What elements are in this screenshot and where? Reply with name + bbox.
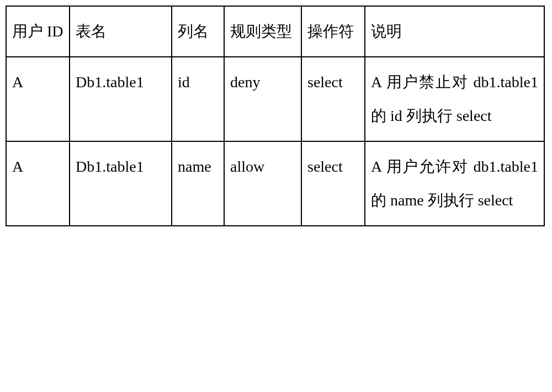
table-row: A Db1.table1 name allow select A 用户允许对 d… xyxy=(6,141,544,226)
cell-table-name: Db1.table1 xyxy=(70,57,172,141)
header-user-id: 用户 ID xyxy=(6,6,70,57)
cell-user-id: A xyxy=(6,141,70,226)
cell-rule-type: allow xyxy=(224,141,301,226)
header-column-name: 列名 xyxy=(172,6,224,57)
header-table-name: 表名 xyxy=(70,6,172,57)
table-header-row: 用户 ID 表名 列名 规则类型 操作符 说明 xyxy=(6,6,544,57)
header-description: 说明 xyxy=(365,6,544,57)
cell-operator: select xyxy=(301,57,365,141)
cell-user-id: A xyxy=(6,57,70,141)
cell-column-name: id xyxy=(172,57,224,141)
rules-table: 用户 ID 表名 列名 规则类型 操作符 说明 A Db1.table1 id … xyxy=(6,6,545,226)
cell-description: A 用户允许对 db1.table1 的 name 列执行 select xyxy=(365,141,544,226)
table-row: A Db1.table1 id deny select A 用户禁止对 db1.… xyxy=(6,57,544,141)
cell-operator: select xyxy=(301,141,365,226)
cell-description: A 用户禁止对 db1.table1 的 id 列执行 select xyxy=(365,57,544,141)
cell-column-name: name xyxy=(172,141,224,226)
header-rule-type: 规则类型 xyxy=(224,6,301,57)
header-operator: 操作符 xyxy=(301,6,365,57)
cell-table-name: Db1.table1 xyxy=(70,141,172,226)
cell-rule-type: deny xyxy=(224,57,301,141)
